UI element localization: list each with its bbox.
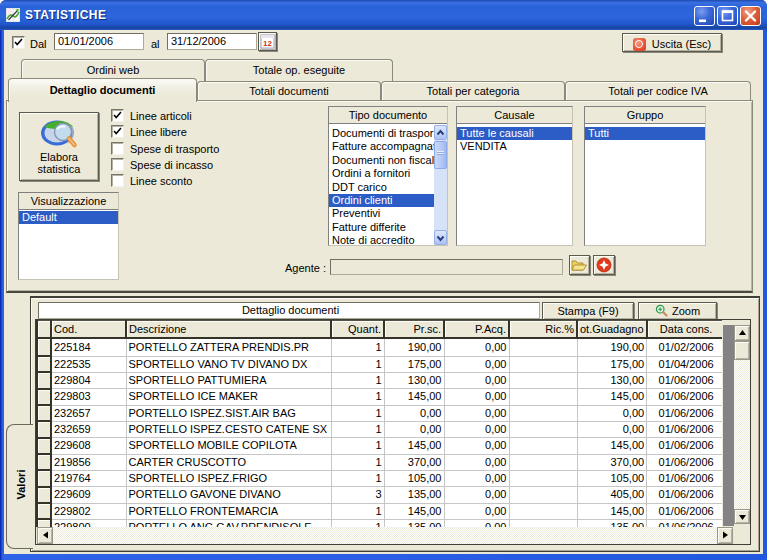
svg-text:12: 12 — [263, 39, 272, 48]
